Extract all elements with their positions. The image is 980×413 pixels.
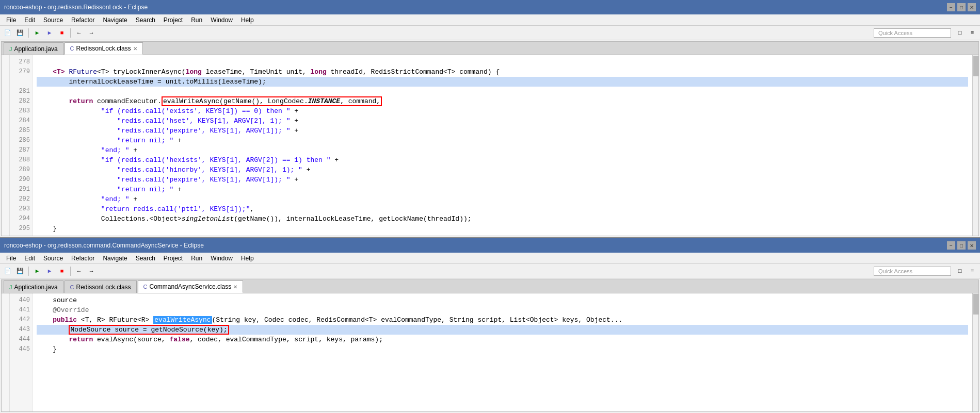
menu-source-1[interactable]: Source — [39, 15, 67, 25]
tab-label-1: Application.java — [14, 45, 58, 53]
toolbar-new-2[interactable]: 📄 — [2, 266, 13, 277]
toolbar-perspective-1[interactable]: □ — [954, 27, 966, 39]
toolbar-stop-2[interactable]: ■ — [56, 266, 68, 277]
toolbar-forward-2[interactable]: → — [86, 266, 97, 277]
tab-redissonlock-1[interactable]: C RedissonLock.class ✕ — [65, 42, 143, 55]
menu-project-2[interactable]: Project — [159, 254, 187, 263]
minimize-btn-2[interactable]: − — [947, 241, 955, 250]
tab-icon-4: C — [70, 284, 74, 290]
toolbar-back-2[interactable]: ← — [73, 266, 85, 277]
tab-close-5[interactable]: ✕ — [233, 284, 237, 290]
title-text-1: roncoo-eshop - org.redisson.RedissonLock… — [4, 4, 148, 11]
menu-window-2[interactable]: Window — [206, 254, 237, 263]
scrollbar-thumb-2[interactable] — [973, 294, 978, 315]
toolbar-stop-1[interactable]: ■ — [56, 27, 68, 39]
scrollbar-thumb-1[interactable] — [973, 56, 978, 76]
toolbar-run-1[interactable]: ▶ — [31, 27, 43, 39]
window-controls-2: − □ ✕ — [947, 241, 976, 250]
menu-navigate-1[interactable]: Navigate — [99, 15, 131, 25]
code-line-442: public <T, R> RFuture<R> evalWriteAsync(… — [37, 315, 968, 325]
quick-access-1[interactable]: Quick Access — [874, 28, 951, 38]
code-line-284: "redis.call('hset', KEYS[1], ARGV[2], 1)… — [37, 116, 968, 126]
toolbar-2: 📄 💾 ▶ ▶ ■ ← → Quick Access □ ≡ — [0, 264, 980, 278]
code-line-443: NodeSource source = getNodeSource(key); — [37, 325, 968, 335]
menu-edit-1[interactable]: Edit — [20, 15, 39, 25]
toolbar-perspective-2[interactable]: □ — [954, 266, 966, 277]
tab-label-4: RedissonLock.class — [76, 284, 131, 291]
close-btn-2[interactable]: ✕ — [968, 241, 976, 250]
toolbar-save-2[interactable]: 💾 — [14, 266, 26, 277]
window-controls-1: − □ ✕ — [947, 3, 976, 11]
toolbar-layout-2[interactable]: ≡ — [967, 266, 978, 277]
menu-source-2[interactable]: Source — [39, 254, 67, 263]
menu-run-1[interactable]: Run — [187, 15, 206, 25]
menu-project-1[interactable]: Project — [159, 15, 187, 25]
toolbar-forward-1[interactable]: → — [86, 27, 97, 39]
tab-redissonlock-2[interactable]: C RedissonLock.class — [65, 280, 137, 293]
menu-file-2[interactable]: File — [2, 254, 20, 263]
code-content-1: <T> RFuture<T> tryLockInnerAsync(long le… — [33, 55, 972, 236]
code-line-292: "end; " + — [37, 194, 968, 204]
tab-icon-3: J — [9, 284, 12, 290]
code-line-286: "return nil; " + — [37, 136, 968, 145]
code-line-291: "return nil; " + — [37, 185, 968, 194]
code-area-2: 440441442443444445 source @Override publ… — [2, 293, 978, 411]
menu-search-2[interactable]: Search — [132, 254, 159, 263]
toolbar-1: 📄 💾 ▶ ▶ ■ ← → Quick Access □ ≡ — [0, 26, 980, 40]
code-line-282: return commandExecutor.evalWriteAsync(ge… — [37, 96, 968, 106]
code-line-278 — [37, 57, 968, 67]
code-line-293: "return redis.call('pttl', KEYS[1]);", — [37, 204, 968, 214]
toolbar-debug-2[interactable]: ▶ — [44, 266, 55, 277]
code-line-444: return evalAsync(source, false, codec, e… — [37, 335, 968, 344]
toolbar-back-1[interactable]: ← — [73, 27, 85, 39]
line-numbers-1: 278279 281282283284285286287288289290291… — [10, 55, 33, 236]
tab-icon-1: J — [9, 46, 12, 52]
tab-label-2: RedissonLock.class — [76, 45, 131, 52]
code-line-445: } — [37, 344, 968, 354]
tab-application-java-1[interactable]: J Application.java — [4, 42, 63, 55]
menu-file-1[interactable]: File — [2, 15, 20, 25]
menu-search-1[interactable]: Search — [132, 15, 159, 25]
menu-run-2[interactable]: Run — [187, 254, 206, 263]
code-line-279: <T> RFuture<T> tryLockInnerAsync(long le… — [37, 67, 968, 77]
code-content-2: source @Override public <T, R> RFuture<R… — [33, 293, 972, 411]
maximize-btn-1[interactable]: □ — [957, 3, 966, 11]
menu-window-1[interactable]: Window — [206, 15, 237, 25]
menu-refactor-2[interactable]: Refactor — [67, 254, 99, 263]
toolbar-debug-1[interactable]: ▶ — [44, 27, 55, 39]
toolbar-sep-1 — [28, 28, 29, 38]
toolbar-new-1[interactable]: 📄 — [2, 27, 13, 39]
tab-bar-2: J Application.java C RedissonLock.class … — [2, 280, 978, 293]
code-line-285: "redis.call('pexpire', KEYS[1], ARGV[1])… — [37, 126, 968, 136]
code-line-295: } — [37, 224, 968, 234]
tab-commandasync-2[interactable]: C CommandAsyncService.class ✕ — [138, 280, 244, 293]
tab-icon-2: C — [70, 45, 74, 52]
tab-application-java-2[interactable]: J Application.java — [4, 280, 63, 293]
menu-navigate-2[interactable]: Navigate — [99, 254, 131, 263]
code-line-283: "if (redis.call('exists', KEYS[1]) == 0)… — [37, 106, 968, 116]
line-numbers-2: 440441442443444445 — [10, 293, 33, 411]
code-line-289: "redis.call('hincrby', KEYS[1], ARGV[2],… — [37, 165, 968, 175]
menu-help-1[interactable]: Help — [237, 15, 258, 25]
toolbar-right-2: □ ≡ — [954, 266, 978, 277]
menu-help-2[interactable]: Help — [237, 254, 258, 263]
toolbar-save-1[interactable]: 💾 — [14, 27, 26, 39]
scrollbar-v-2[interactable] — [972, 293, 978, 411]
toolbar-sep-2 — [28, 267, 29, 276]
gutter-1 — [2, 55, 10, 236]
minimize-btn-1[interactable]: − — [947, 3, 955, 11]
scrollbar-v-1[interactable] — [972, 55, 978, 236]
code-area-1: 278279 281282283284285286287288289290291… — [2, 55, 978, 236]
tab-icon-5: C — [143, 284, 148, 290]
menu-refactor-1[interactable]: Refactor — [67, 15, 99, 25]
code-line-440: source — [37, 295, 968, 305]
maximize-btn-2[interactable]: □ — [957, 241, 966, 250]
toolbar-layout-1[interactable]: ≡ — [967, 27, 978, 39]
toolbar-run-2[interactable]: ▶ — [31, 266, 43, 277]
menu-edit-2[interactable]: Edit — [20, 254, 39, 263]
title-bar-2: roncoo-eshop - org.redisson.command.Comm… — [0, 238, 980, 253]
code-line-441: @Override — [37, 305, 968, 315]
quick-access-2[interactable]: Quick Access — [874, 267, 951, 276]
close-btn-1[interactable]: ✕ — [968, 3, 976, 11]
tab-close-2[interactable]: ✕ — [133, 46, 137, 52]
